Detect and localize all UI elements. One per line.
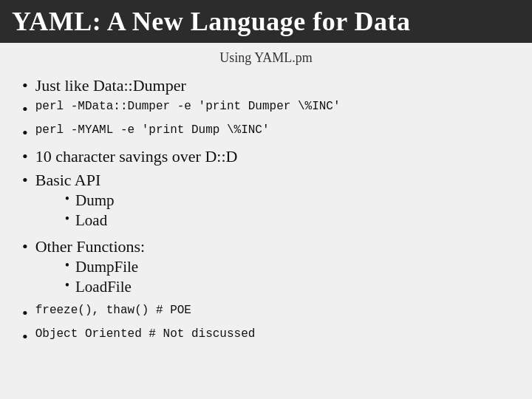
nested-item-text: DumpFile — [75, 258, 138, 276]
nested-item-text: LoadFile — [75, 278, 132, 296]
header-title: YAML: A New Language for Data — [12, 7, 411, 36]
nested-list: DumpFile LoadFile — [65, 258, 146, 296]
nested-item-text: Load — [75, 211, 107, 230]
item-text: Object Oriented # Not discussed — [35, 327, 256, 341]
item-text: 10 character savings over D::D — [35, 147, 238, 166]
item-text: perl -MData::Dumper -e 'print Dumper \%I… — [35, 100, 341, 113]
list-item: Basic API Dump Load — [22, 171, 510, 233]
list-item: freeze(), thaw() # POE — [22, 304, 510, 323]
list-item: Just like Data::Dumper — [22, 76, 510, 95]
nested-item: DumpFile — [65, 258, 146, 276]
list-item: Other Functions: DumpFile LoadFile — [22, 237, 510, 299]
list-item: perl -MYAML -e 'print Dump \%INC' — [22, 123, 510, 143]
nested-item: Load — [65, 211, 115, 230]
list-item: Object Oriented # Not discussed — [22, 327, 510, 347]
item-text: Just like Data::Dumper — [35, 76, 186, 95]
main-list: Just like Data::Dumper perl -MData::Dump… — [22, 76, 510, 347]
nested-list: Dump Load — [65, 191, 115, 230]
nested-item: Dump — [65, 191, 115, 210]
list-item: 10 character savings over D::D — [22, 147, 510, 166]
item-text: freeze(), thaw() # POE — [35, 304, 191, 317]
item-text: Basic API — [35, 171, 101, 189]
item-text: perl -MYAML -e 'print Dump \%INC' — [35, 123, 270, 137]
nested-item: LoadFile — [65, 278, 146, 296]
item-text: Other Functions: — [35, 237, 146, 256]
nested-item-text: Dump — [75, 191, 115, 210]
list-item: perl -MData::Dumper -e 'print Dumper \%I… — [22, 100, 510, 119]
header: YAML: A New Language for Data — [0, 0, 532, 43]
subtitle: Using YAML.pm — [22, 50, 510, 66]
